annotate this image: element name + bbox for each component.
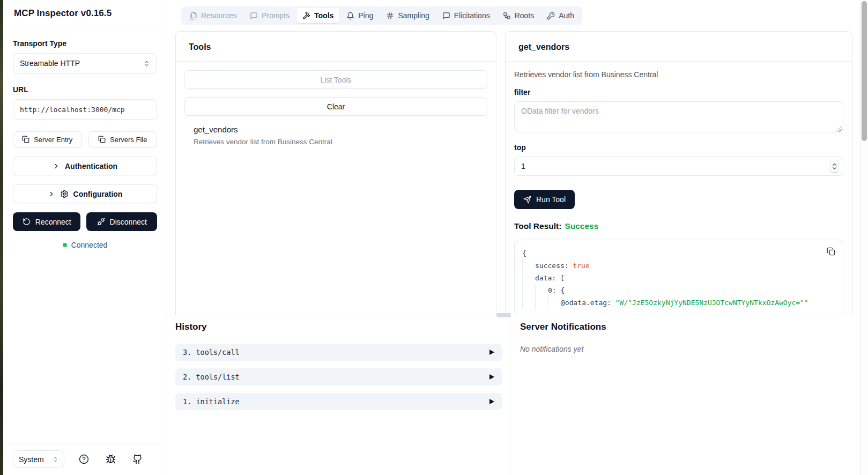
resize-handle-icon[interactable]: [836, 126, 842, 132]
filter-input[interactable]: [514, 101, 843, 132]
filter-param-label: filter: [514, 88, 843, 97]
json-line: {: [522, 247, 835, 259]
copy-icon: [827, 247, 835, 256]
chevron-right-icon: [48, 190, 55, 198]
copy-result-button[interactable]: [826, 246, 836, 257]
tool-list-item[interactable]: get_vendors Retrieves vendor list from B…: [184, 116, 487, 146]
rotate-ccw-icon: [23, 218, 31, 226]
history-title: History: [175, 322, 502, 332]
scrollbar-thumb[interactable]: [862, 1, 867, 141]
tool-detail-description: Retrieves vendor list from Business Cent…: [514, 70, 843, 79]
clear-tools-button[interactable]: Clear: [184, 97, 487, 116]
tab-auth[interactable]: Auth: [541, 8, 580, 23]
tools-panel-title: Tools: [176, 32, 496, 62]
bell-icon: [346, 12, 354, 20]
tool-detail-title: get_vendors: [506, 32, 852, 62]
top-section: Resources Prompts Tools Ping: [167, 0, 860, 315]
run-tool-label: Run Tool: [536, 195, 566, 204]
tool-description: Retrieves vendor list from Business Cent…: [194, 138, 486, 146]
number-stepper[interactable]: [830, 160, 839, 173]
tool-detail-body: Retrieves vendor list from Business Cent…: [506, 62, 852, 315]
help-circle-icon: [79, 454, 89, 464]
tool-name: get_vendors: [194, 125, 486, 134]
help-button[interactable]: [77, 452, 91, 466]
tab-label: Ping: [358, 11, 373, 20]
files-icon: [189, 12, 197, 20]
tab-label: Elicitations: [454, 11, 490, 20]
tab-ping[interactable]: Ping: [340, 8, 379, 23]
reconnect-button[interactable]: Reconnect: [13, 212, 80, 231]
tab-label: Roots: [515, 11, 535, 20]
unplug-icon: [97, 218, 105, 226]
server-entry-label: Server Entry: [34, 136, 72, 144]
send-icon: [523, 196, 531, 204]
servers-file-label: Servers File: [110, 136, 147, 144]
history-item[interactable]: 2. tools/list: [175, 368, 502, 385]
disconnect-button[interactable]: Disconnect: [86, 212, 157, 231]
tab-label: Tools: [314, 11, 333, 20]
history-item-label: 2. tools/list: [183, 373, 240, 381]
key-icon: [547, 12, 555, 20]
tab-label: Resources: [201, 11, 237, 20]
authentication-toggle[interactable]: Authentication: [13, 157, 157, 175]
github-button[interactable]: [130, 452, 145, 466]
tab-label: Auth: [559, 11, 574, 20]
history-item-label: 3. tools/call: [183, 348, 240, 357]
tab-tools[interactable]: Tools: [296, 8, 339, 23]
message-square-icon: [442, 12, 450, 20]
bug-report-button[interactable]: [103, 452, 118, 466]
message-square-icon: [250, 12, 258, 20]
tab-elicitations[interactable]: Elicitations: [436, 8, 496, 23]
top-input[interactable]: [514, 157, 843, 176]
sidebar-header: MCP Inspector v0.16.5: [3, 0, 167, 27]
reconnect-label: Reconnect: [35, 218, 71, 226]
tools-panel-body: List Tools Clear get_vendors Retrieves v…: [176, 62, 496, 154]
configuration-toggle[interactable]: Configuration: [13, 184, 157, 203]
url-input[interactable]: [13, 99, 157, 120]
bottom-section: History 3. tools/call 2. tools/list 1. i…: [167, 316, 868, 475]
history-panel: History 3. tools/call 2. tools/list 1. i…: [167, 316, 510, 475]
expand-arrow-icon: [489, 350, 494, 355]
hammer-icon: [302, 12, 310, 20]
gear-icon: [60, 190, 69, 198]
run-tool-button[interactable]: Run Tool: [514, 190, 575, 209]
tool-result-label: Tool Result:: [514, 221, 561, 231]
sidebar: MCP Inspector v0.16.5 Transport Type Str…: [3, 0, 167, 475]
tab-label: Prompts: [262, 11, 290, 20]
workflow-icon: [503, 12, 511, 20]
servers-file-button[interactable]: Servers File: [88, 131, 158, 147]
chevrons-up-down-icon: [143, 60, 150, 67]
history-item[interactable]: 3. tools/call: [175, 344, 502, 361]
copy-icon: [98, 136, 106, 143]
history-item[interactable]: 1. initialize: [175, 393, 502, 410]
copy-icon: [22, 136, 29, 143]
history-list: 3. tools/call 2. tools/list 1. initializ…: [175, 344, 502, 410]
transport-type-label: Transport Type: [13, 39, 157, 48]
chevron-right-icon: [53, 162, 60, 170]
tab-roots[interactable]: Roots: [497, 8, 540, 23]
transport-type-value: Streamable HTTP: [20, 59, 80, 68]
app-title: MCP Inspector v0.16.5: [14, 8, 156, 19]
url-label: URL: [13, 85, 157, 94]
chevrons-up-down-icon: [52, 456, 58, 463]
panel-resize-handle[interactable]: [496, 313, 511, 317]
github-icon: [132, 454, 143, 464]
json-line: data: [: [522, 272, 835, 284]
bug-icon: [106, 454, 116, 464]
json-line: success: true: [522, 259, 835, 272]
theme-select[interactable]: System: [13, 450, 64, 468]
list-tools-button[interactable]: List Tools: [184, 70, 487, 89]
json-line: @odata.etag: "W/"JzE5OzkyNjYyNDE5NzU3OTc…: [522, 296, 835, 309]
tab-sampling[interactable]: Sampling: [380, 8, 435, 23]
tool-result-status: Success: [565, 221, 598, 231]
tab-resources[interactable]: Resources: [183, 8, 243, 23]
tool-detail-panel: get_vendors Retrieves vendor list from B…: [505, 31, 852, 315]
footer-icons: [64, 452, 157, 466]
json-line: 0: {: [522, 284, 835, 296]
tab-prompts[interactable]: Prompts: [244, 8, 295, 23]
server-entry-button[interactable]: Server Entry: [13, 131, 82, 147]
transport-type-select[interactable]: Streamable HTTP: [13, 53, 157, 73]
server-notifications-title: Server Notifications: [520, 322, 850, 332]
expand-arrow-icon: [489, 399, 494, 404]
server-notifications-panel: Server Notifications No notifications ye…: [510, 316, 860, 475]
